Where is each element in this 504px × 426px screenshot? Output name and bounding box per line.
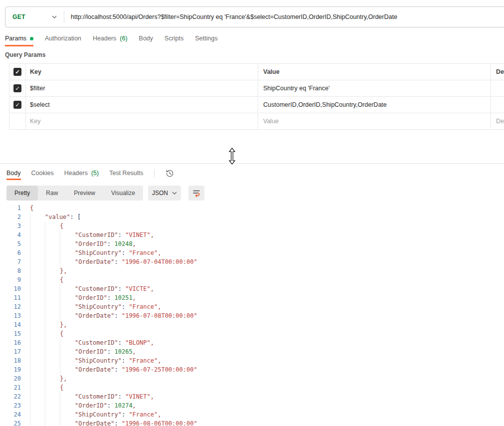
response-tab-test-results-label: Test Results (109, 170, 143, 177)
pane-splitter[interactable] (0, 163, 504, 164)
params-unsaved-dot (30, 37, 33, 40)
wrap-lines-button[interactable] (188, 186, 204, 201)
line-content: "OrderID": 10251, (30, 293, 136, 302)
line-content: { (30, 383, 63, 392)
token-b: }, (60, 320, 67, 329)
param-checkbox[interactable]: ✓ (13, 101, 21, 109)
tab-authorization[interactable]: Authorization (45, 31, 81, 46)
param-value-cell[interactable]: ShipCountry eq 'France' (258, 80, 491, 96)
indent-guide (30, 329, 45, 338)
token-b: { (60, 383, 63, 392)
response-tab-body[interactable]: Body (6, 167, 21, 180)
code-line: 6"ShipCountry": "France", (0, 248, 504, 257)
view-tab-pretty[interactable]: Pretty (6, 186, 38, 201)
param-value-input[interactable]: Value (258, 113, 491, 129)
token-k: "OrderID" (75, 293, 107, 302)
indent-guide (30, 401, 45, 410)
indent-guide (30, 365, 45, 374)
token-k: "OrderID" (75, 401, 107, 410)
line-number: 14 (0, 320, 21, 329)
response-tab-cookies[interactable]: Cookies (31, 167, 54, 180)
indent-guide (45, 338, 60, 347)
response-tab-test-results[interactable]: Test Results (109, 167, 143, 180)
indent-guide (45, 329, 60, 338)
param-description-cell[interactable] (491, 97, 504, 113)
param-key-input[interactable]: Key (25, 113, 258, 129)
params-header-checkbox-cell: ✓ (9, 64, 25, 80)
token-p: : (114, 419, 121, 426)
code-line: 17"OrderID": 10265, (0, 347, 504, 356)
indent-guide (45, 275, 60, 284)
response-tab-headers[interactable]: Headers(5) (64, 167, 99, 180)
code-line: 10"CustomerID": "VICTE", (0, 284, 504, 293)
line-number: 1 (0, 204, 21, 213)
line-number: 4 (0, 230, 21, 239)
indent-guide (60, 347, 75, 356)
view-tab-visualize[interactable]: Visualize (103, 186, 143, 201)
indent-guide (60, 248, 75, 257)
view-tab-preview[interactable]: Preview (66, 186, 103, 201)
token-b: }, (60, 266, 67, 275)
indent-guide (30, 302, 45, 311)
line-content: "CustomerID": "VINET", (30, 392, 154, 401)
token-k: "CustomerID" (75, 230, 118, 239)
line-number: 20 (0, 374, 21, 383)
param-value-cell[interactable]: CustomerID,OrderID,ShipCountry,OrderDate (258, 97, 491, 113)
indent-guide (45, 230, 60, 239)
indent-guide (60, 230, 75, 239)
token-k: "OrderDate" (75, 365, 114, 374)
indent-guide (30, 230, 45, 239)
token-n: 10248 (114, 239, 132, 248)
token-s: "BLONP" (125, 338, 151, 347)
indent-guide (45, 302, 60, 311)
token-b: , (133, 293, 136, 302)
response-format-select[interactable]: JSON (148, 186, 181, 201)
response-history-button[interactable] (166, 169, 174, 178)
token-p: : (114, 257, 121, 266)
line-content: "OrderID": 10265, (30, 347, 136, 356)
token-s: "France" (129, 410, 158, 419)
line-content: "CustomerID": "VINET", (30, 230, 154, 239)
method-selector[interactable]: GET (5, 7, 64, 27)
param-row: ✓$filterShipCountry eq 'France' (9, 80, 504, 96)
code-line: 19"OrderDate": "1996-07-25T00:00:00" (0, 365, 504, 374)
line-content: }, (30, 320, 67, 329)
line-content: "OrderDate": "1996-07-25T00:00:00" (30, 365, 197, 374)
line-content: { (30, 275, 63, 284)
tab-body[interactable]: Body (139, 31, 154, 46)
column-header-value: Value (258, 64, 491, 80)
param-checkbox[interactable]: ✓ (13, 84, 21, 92)
response-tab-cookies-label: Cookies (31, 170, 54, 177)
tab-params[interactable]: Params (5, 31, 33, 46)
line-content: "ShipCountry": "France", (30, 302, 161, 311)
response-tab-body-label: Body (6, 170, 21, 177)
line-content: "value": [ (30, 213, 81, 221)
code-line: 14}, (0, 320, 504, 329)
code-line: 21{ (0, 383, 504, 392)
indent-guide (45, 311, 60, 320)
url-input[interactable] (64, 13, 504, 20)
line-number: 3 (0, 221, 21, 230)
param-key-cell[interactable]: $select (25, 97, 258, 113)
line-content: "CustomerID": "VICTE", (30, 284, 154, 293)
view-tab-raw[interactable]: Raw (38, 186, 66, 201)
tab-scripts[interactable]: Scripts (165, 31, 183, 46)
indent-guide (60, 419, 75, 426)
tab-headers-label: Headers (93, 35, 116, 42)
params-header-row: ✓KeyValueDescription (9, 64, 504, 80)
param-description-input[interactable]: Description (491, 113, 504, 129)
indent-guide (30, 284, 45, 293)
indent-guide (60, 410, 75, 419)
param-description-cell[interactable] (491, 80, 504, 96)
response-body-code[interactable]: 1{2"value": [3{4"CustomerID": "VINET",5"… (0, 204, 504, 426)
token-k: "CustomerID" (75, 392, 118, 401)
tab-settings[interactable]: Settings (195, 31, 217, 46)
code-line: 18"ShipCountry": "France", (0, 356, 504, 365)
code-line: 25"OrderDate": "1996-08-06T00:00:00" (0, 419, 504, 426)
tab-headers[interactable]: Headers(6) (93, 31, 128, 46)
select-all-checkbox[interactable]: ✓ (13, 68, 21, 76)
param-key-cell[interactable]: $filter (25, 80, 258, 96)
code-line: 11"OrderID": 10251, (0, 293, 504, 302)
line-content: "OrderID": 10248, (30, 239, 136, 248)
line-number: 16 (0, 338, 21, 347)
